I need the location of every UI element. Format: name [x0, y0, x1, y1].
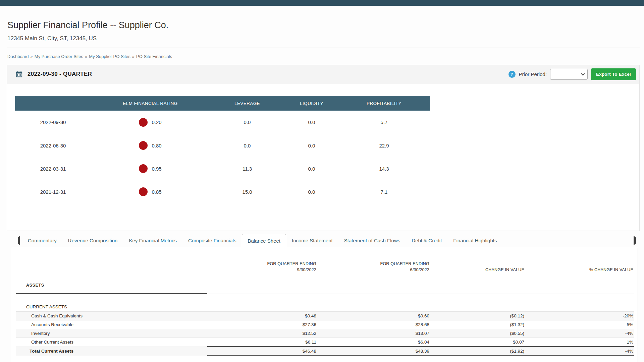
profitability-value: 14.3 [338, 166, 430, 172]
tab-balance-sheet[interactable]: Balance Sheet [242, 234, 286, 248]
value-quarter-prior: $6.04 [317, 340, 430, 345]
period-controls: ? Prior Period: Export To Excel [508, 68, 636, 80]
breadcrumb: Dashboard»My Purchase Order Sites»My Sup… [7, 54, 637, 59]
help-icon[interactable]: ? [508, 71, 516, 78]
rating-dot-icon [139, 118, 148, 127]
leverage-value: 0.0 [210, 119, 285, 125]
tab-commentary[interactable]: Commentary [22, 234, 62, 248]
export-to-excel-button[interactable]: Export To Excel [591, 68, 636, 80]
value-pct-change: -20% [525, 313, 634, 318]
rating-cell: 0.95 [91, 164, 210, 173]
breadcrumb-link-dashboard[interactable]: Dashboard [7, 54, 29, 59]
liquidity-value: 0.0 [285, 166, 338, 172]
value-pct-change: -4% [525, 346, 634, 356]
leverage-value: 0.0 [210, 143, 285, 148]
supplier-address: 12345 Main St, City, ST, 12345, US [7, 35, 637, 42]
rating-cell: 0.80 [91, 141, 210, 150]
tab-debt-and-credit[interactable]: Debt & Credit [406, 234, 447, 248]
row-label: Inventory [16, 331, 207, 336]
value-quarter-current: $12.52 [207, 331, 317, 336]
financials-tab-bar: Commentary Revenue Composition Key Finan… [12, 234, 638, 248]
value-quarter-prior: $28.68 [317, 322, 430, 327]
ratings-col-profitability: PROFITABILITY [338, 101, 430, 106]
value-quarter-current: $27.36 [207, 322, 317, 327]
breadcrumb-link-my-purchase-order-sites[interactable]: My Purchase Order Sites [35, 54, 83, 59]
tab-financial-highlights[interactable]: Financial Highlights [447, 234, 502, 248]
row-label: Cash & Cash Equivalents [16, 313, 207, 318]
rating-date: 2022-09-30 [15, 119, 91, 125]
rating-cell: 0.20 [91, 118, 210, 127]
ratings-col-leverage: LEVERAGE [210, 101, 285, 106]
table-row: 2022-06-30 0.80 0.0 0.0 22.9 [15, 134, 430, 157]
col-quarter-current-line1: FOR QUARTER ENDING [207, 261, 316, 267]
col-quarter-prior: FOR QUARTER ENDING 6/30/2022 [317, 261, 430, 273]
table-row: 2021-12-31 0.85 15.0 0.0 7.1 [15, 180, 430, 203]
profitability-value: 5.7 [338, 119, 430, 125]
value-quarter-current: $0.48 [207, 313, 317, 318]
ratings-table-header: ELM FINANCIAL RATING LEVERAGE LIQUIDITY … [15, 96, 430, 111]
tab-composite-financials[interactable]: Composite Financials [182, 234, 242, 248]
breadcrumb-separator: » [31, 54, 33, 59]
tab-key-financial-metrics[interactable]: Key Financial Metrics [123, 234, 182, 248]
rating-value: 0.85 [152, 189, 161, 195]
prior-period-select-wrap [550, 69, 588, 80]
tab-statement-of-cash-flows[interactable]: Statement of Cash Flows [338, 234, 406, 248]
ratings-col-liquidity: LIQUIDITY [285, 101, 338, 106]
section-row-filler [207, 277, 317, 294]
tab-scroll-right-icon[interactable] [632, 236, 638, 245]
rating-cell: 0.85 [91, 187, 210, 196]
row-label: Total Current Assets [16, 349, 207, 354]
value-change: ($1.92) [430, 346, 525, 356]
tab-income-statement[interactable]: Income Statement [286, 234, 338, 248]
value-quarter-prior: $0.60 [317, 313, 430, 318]
value-quarter-current: $6.11 [207, 340, 317, 345]
profitability-value: 22.9 [338, 143, 430, 148]
period-title-group: 2022-09-30 - QUARTER [15, 70, 92, 78]
table-row: Cash & Cash Equivalents $0.48 $0.60 ($0.… [16, 311, 634, 320]
rating-value: 0.20 [152, 119, 161, 125]
table-row: 2022-03-31 0.95 11.3 0.0 14.3 [15, 157, 430, 180]
period-panel: 2022-09-30 - QUARTER ? Prior Period: Exp… [7, 65, 640, 231]
balance-sheet-header-row: FOR QUARTER ENDING 9/30/2022 FOR QUARTER… [16, 261, 634, 277]
financial-ratings-table: ELM FINANCIAL RATING LEVERAGE LIQUIDITY … [15, 96, 430, 203]
section-spacer [16, 294, 634, 302]
profitability-value: 7.1 [338, 189, 430, 195]
rating-date: 2022-03-31 [15, 166, 91, 172]
value-pct-change: 1% [525, 340, 634, 345]
tab-scroll-left-icon[interactable] [16, 236, 22, 245]
col-change-in-value-label: CHANGE IN VALUE [430, 267, 524, 273]
assets-section-header: ASSETS [16, 277, 207, 294]
col-pct-change-in-value: % CHANGE IN VALUE [525, 267, 634, 273]
value-pct-change: -4% [525, 331, 634, 336]
prior-period-select[interactable] [550, 69, 588, 80]
balance-sheet-panel: FOR QUARTER ENDING 9/30/2022 FOR QUARTER… [12, 248, 638, 362]
leverage-value: 11.3 [210, 166, 285, 172]
table-row-total: Total Current Assets $46.48 $48.39 ($1.9… [16, 346, 634, 356]
col-pct-change-in-value-label: % CHANGE IN VALUE [525, 267, 633, 273]
value-change: $0.07 [430, 340, 525, 345]
header-divider [7, 48, 640, 48]
liquidity-value: 0.0 [285, 143, 338, 148]
value-change: ($0.12) [430, 313, 525, 318]
value-quarter-current: $46.48 [207, 346, 317, 356]
rating-value: 0.80 [152, 143, 161, 148]
assets-section-row: ASSETS [16, 277, 634, 294]
table-row: Other Current Assets $6.11 $6.04 $0.07 1… [16, 338, 634, 346]
breadcrumb-link-my-supplier-po-sites[interactable]: My Supplier PO Sites [89, 54, 130, 59]
value-change: ($0.55) [430, 331, 525, 336]
rating-dot-icon [139, 141, 148, 150]
table-row: 2022-09-30 0.20 0.0 0.0 5.7 [15, 111, 430, 134]
balance-sheet-table: FOR QUARTER ENDING 9/30/2022 FOR QUARTER… [16, 261, 634, 356]
ratings-col-elm-financial-rating: ELM FINANCIAL RATING [91, 101, 210, 106]
section-row-filler [317, 277, 430, 294]
table-row: Accounts Receivable $27.36 $28.68 ($1.32… [16, 320, 634, 329]
tab-revenue-composition[interactable]: Revenue Composition [62, 234, 123, 248]
current-assets-group-header: CURRENT ASSETS [16, 302, 634, 311]
breadcrumb-current-page: PO Site Financials [136, 54, 172, 59]
top-navigation-bar [0, 0, 644, 6]
row-label: Accounts Receivable [16, 322, 207, 327]
prior-period-label: Prior Period: [519, 71, 547, 77]
col-change-in-value: CHANGE IN VALUE [430, 267, 525, 273]
leverage-value: 15.0 [210, 189, 285, 195]
col-quarter-current-line2: 9/30/2022 [207, 267, 316, 273]
